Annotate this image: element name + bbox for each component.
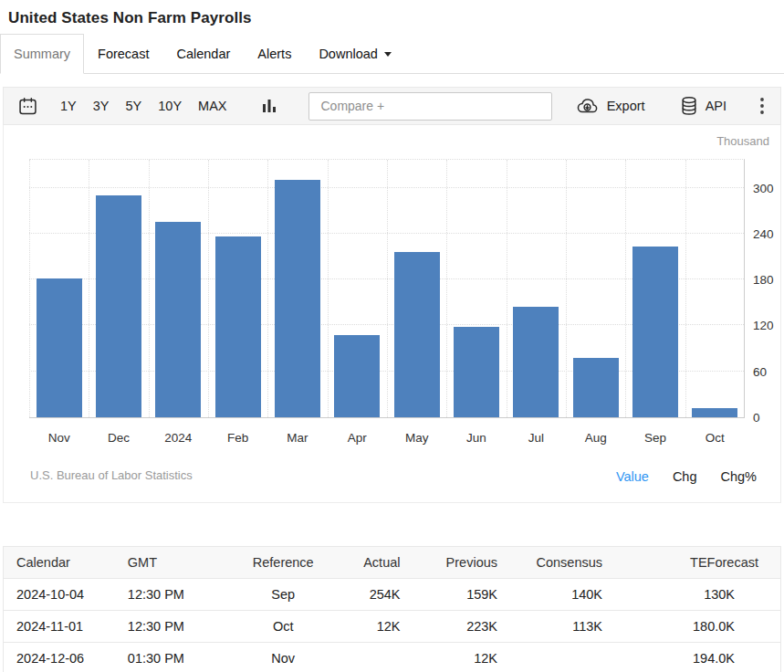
chart-mode-switch: Value Chg Chg% — [616, 469, 757, 484]
compare-input[interactable] — [308, 92, 552, 121]
bar-Mar — [275, 180, 320, 417]
header-gmt: GMT — [128, 547, 245, 579]
cell-teforecast: 194.0K — [610, 643, 780, 672]
vertical-gridline — [149, 160, 150, 417]
table-row: 2024-12-06 01:30 PM Nov 12K 194.0K — [4, 643, 781, 672]
bar-Feb — [215, 236, 261, 417]
header-reference: Reference — [245, 547, 322, 579]
cell-teforecast: 130K — [610, 579, 780, 611]
x-axis-label: Feb — [208, 431, 267, 445]
calendar-range-button[interactable] — [16, 94, 40, 119]
y-axis-tick-label: 300 — [753, 182, 784, 195]
cell-previous: 159K — [408, 579, 506, 611]
horizontal-gridline — [29, 187, 744, 188]
more-options-button[interactable] — [758, 95, 767, 117]
kebab-menu-icon — [759, 97, 765, 115]
range-5y-button[interactable]: 5Y — [126, 95, 142, 117]
vertical-gridline — [507, 160, 507, 417]
download-caret-icon — [384, 52, 392, 57]
mode-value-button[interactable]: Value — [616, 469, 649, 484]
chart-toolbar: 1Y 3Y 5Y 10Y MAX Export API — [3, 87, 781, 125]
range-1y-button[interactable]: 1Y — [60, 95, 77, 117]
export-cloud-download-icon — [575, 97, 600, 115]
bar-Jun — [454, 327, 499, 417]
x-axis-label: Nov — [29, 431, 89, 445]
mode-chg-button[interactable]: Chg — [673, 469, 697, 484]
vertical-gridline — [387, 160, 388, 417]
chart-card: Thousand NovDec2024FebMarAprMayJunJulAug… — [3, 125, 781, 503]
range-max-button[interactable]: MAX — [198, 95, 226, 117]
mode-chgpct-button[interactable]: Chg% — [721, 469, 758, 484]
cell-consensus: 140K — [505, 579, 610, 611]
export-button[interactable]: Export — [575, 97, 645, 115]
vertical-gridline — [29, 160, 30, 417]
y-axis-tick-label: 120 — [753, 319, 784, 332]
vertical-gridline — [446, 160, 447, 417]
x-axis-label: Sep — [625, 431, 685, 445]
range-3y-button[interactable]: 3Y — [93, 95, 110, 117]
range-10y-button[interactable]: 10Y — [158, 95, 182, 117]
bar-Sep — [632, 247, 678, 417]
vertical-gridline — [267, 160, 268, 417]
release-calendar-table: Calendar GMT Reference Actual Previous C… — [3, 546, 781, 672]
cell-reference: Sep — [245, 579, 322, 611]
x-axis-label: 2024 — [149, 431, 208, 445]
tab-calendar[interactable]: Calendar — [162, 34, 244, 74]
tab-bar: Summary Forecast Calendar Alerts Downloa… — [0, 34, 784, 74]
header-actual: Actual — [322, 547, 408, 579]
chart-type-button[interactable] — [259, 95, 279, 117]
cell-reference: Nov — [245, 643, 322, 672]
cell-consensus — [505, 643, 610, 672]
calendar-icon — [17, 96, 38, 117]
plot-area: NovDec2024FebMarAprMayJunJulAugSepOct — [29, 159, 745, 418]
bar-2024 — [155, 222, 201, 417]
y-axis-unit-label: Thousand — [716, 134, 769, 148]
table-row: 2024-11-01 12:30 PM Oct 12K 223K 113K 18… — [4, 611, 781, 643]
cell-actual: 12K — [322, 611, 408, 643]
cell-date: 2024-11-01 — [4, 611, 128, 643]
table-row: 2024-10-04 12:30 PM Sep 254K 159K 140K 1… — [4, 579, 781, 611]
bar-Oct — [692, 408, 737, 417]
header-calendar: Calendar — [4, 547, 128, 579]
cell-actual — [322, 643, 408, 672]
y-axis-tick-label: 0 — [753, 411, 784, 425]
header-consensus: Consensus — [505, 547, 610, 579]
range-buttons: 1Y 3Y 5Y 10Y MAX — [60, 95, 243, 117]
table-header: Calendar GMT Reference Actual Previous C… — [4, 547, 781, 579]
cell-gmt: 12:30 PM — [128, 611, 245, 643]
y-axis-tick-label: 240 — [753, 227, 784, 241]
tab-summary[interactable]: Summary — [0, 34, 84, 74]
chart-source: U.S. Bureau of Labor Statistics — [30, 468, 193, 482]
vertical-gridline — [566, 160, 567, 417]
bar-Nov — [37, 278, 82, 417]
page-title: United States Non Farm Payrolls — [0, 0, 784, 34]
api-database-icon — [680, 96, 698, 116]
bar-Apr — [334, 335, 380, 417]
tab-download[interactable]: Download — [305, 34, 405, 74]
export-label: Export — [607, 99, 645, 113]
x-axis-label: Apr — [328, 431, 387, 445]
vertical-gridline — [685, 160, 686, 417]
x-axis-label: May — [387, 431, 446, 445]
api-button[interactable]: API — [680, 96, 727, 116]
x-axis-label: Mar — [267, 431, 327, 445]
y-axis-tick-label: 60 — [753, 365, 784, 379]
x-axis-label: Jul — [507, 431, 566, 445]
tab-forecast[interactable]: Forecast — [84, 34, 162, 74]
y-axis-tick-label: 180 — [753, 273, 784, 287]
cell-actual: 254K — [322, 579, 408, 611]
cell-previous: 12K — [408, 643, 506, 672]
cell-gmt: 12:30 PM — [128, 579, 245, 611]
vertical-gridline — [89, 160, 89, 417]
cell-date: 2024-12-06 — [4, 643, 128, 672]
header-teforecast: TEForecast — [610, 547, 780, 579]
tab-alerts[interactable]: Alerts — [244, 34, 305, 74]
bar-Aug — [573, 358, 619, 417]
cell-date: 2024-10-04 — [4, 579, 128, 611]
vertical-gridline — [208, 160, 209, 417]
cell-gmt: 01:30 PM — [128, 643, 245, 672]
bar-May — [394, 252, 440, 417]
x-axis-label: Jun — [446, 431, 506, 445]
cell-consensus: 113K — [505, 611, 610, 643]
bar-Jul — [513, 307, 559, 417]
